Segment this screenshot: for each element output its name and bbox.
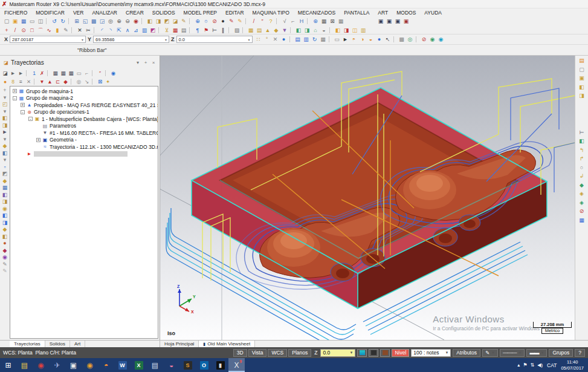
toolbar-icon[interactable]: ▦ [171, 27, 179, 34]
taskbar-app[interactable]: ▮ [212, 358, 228, 372]
coord-toolbar-icon[interactable]: ∷ [254, 36, 263, 43]
panel-toolbar-icon[interactable]: ⌐ [83, 70, 91, 77]
coord-toolbar-icon[interactable]: ° [263, 36, 271, 43]
panel-toolbar-icon[interactable]: ▦ [67, 70, 75, 77]
coord-toolbar-icon[interactable] [393, 36, 396, 42]
coord-toolbar-icon[interactable]: ▥ [302, 36, 311, 43]
coord-toolbar-icon[interactable]: ◑ [358, 36, 367, 43]
clock[interactable]: 11:40 05/07/2017 [561, 359, 584, 371]
panel-toolbar-icon[interactable]: ► [17, 70, 25, 77]
panel-toolbar-icon[interactable]: ✦ [104, 78, 112, 85]
view-toolbar-icon[interactable]: ▫ [1, 164, 8, 170]
toolbar-icon[interactable]: ⊢ [210, 27, 219, 34]
toolbar-icon[interactable] [141, 18, 144, 24]
coord-toolbar-icon[interactable]: ▩ [398, 36, 406, 43]
toolbar-icon[interactable]: ? [267, 18, 275, 25]
coord-toolbar-icon[interactable]: ▦ [319, 36, 328, 43]
coord-toolbar-icon[interactable]: ● [375, 36, 384, 43]
panel-toolbar-icon[interactable]: ◪ [1, 70, 9, 77]
view-toolbar-icon[interactable]: ◨ [1, 122, 8, 128]
taskbar-app[interactable]: X 9 [228, 358, 245, 372]
tree-row[interactable]: - ▦ Grupo de maquina-2 [10, 95, 158, 102]
panel-toolbar-icon[interactable] [34, 79, 37, 85]
taskbar-app[interactable]: ◓ [98, 358, 114, 372]
toolbar-icon[interactable]: ◆ [272, 27, 280, 34]
help-button[interactable]: ? [575, 349, 585, 357]
color-swatch-button[interactable] [357, 349, 367, 357]
toolbar-icon[interactable]: ▲ [263, 27, 272, 34]
toolbar-icon[interactable]: ○ [202, 18, 210, 25]
toolbar-icon[interactable]: ● [219, 18, 227, 25]
view-toolbar-icon[interactable]: ◨ [1, 198, 8, 204]
toolbar-icon[interactable]: ⚑ [202, 27, 210, 34]
menu-item[interactable]: FICHERO [0, 10, 31, 16]
toolbar-icon[interactable]: ▦ [320, 18, 328, 25]
right-toolbar-icon[interactable]: ▦ [577, 217, 587, 224]
tree-expand-toggle[interactable]: - [21, 110, 25, 114]
toolbar-icon[interactable]: √ [280, 18, 289, 25]
toolbar-icon[interactable]: ▥ [140, 27, 149, 34]
menu-item[interactable]: PANTALLA [340, 10, 373, 16]
line-style-button[interactable]: ———▼ [500, 349, 525, 357]
menu-item[interactable]: MODEL PREP [179, 10, 221, 16]
nivel-button[interactable]: Nivel [392, 349, 409, 357]
nivel-select[interactable]: 100 : notes▼ [411, 349, 451, 357]
toolbar-icon[interactable]: ▤ [179, 27, 188, 34]
right-toolbar-icon[interactable]: ◆ [577, 182, 587, 189]
view-toolbar-icon[interactable]: ▾ [1, 108, 8, 114]
menu-item[interactable]: SOLIDOS [148, 10, 179, 16]
tree-expand-toggle[interactable]: - [13, 96, 17, 100]
keyboard-language[interactable]: CAT [547, 362, 557, 368]
toolbar-icon[interactable]: ◧ [334, 27, 342, 34]
tree-row[interactable]: ► [10, 151, 158, 158]
pen-style-button[interactable]: ✎▼ [482, 349, 498, 357]
right-toolbar-icon[interactable]: ▤ [577, 57, 587, 64]
panel-toolbar-icon[interactable]: 8 [9, 78, 17, 85]
coord-toolbar-icon[interactable]: ► [341, 36, 350, 43]
view-toolbar-icon[interactable]: ▾ [1, 94, 8, 100]
toolbar-icon[interactable]: ◧ [294, 27, 303, 34]
tree-row[interactable]: ≈ Trayectoria - 112.1K - 1300 MECANIZADO… [10, 143, 158, 151]
toolbar-icon[interactable]: ◒ [320, 27, 328, 34]
right-toolbar-icon[interactable]: ⊘ [577, 208, 587, 215]
toolbar-icon[interactable] [46, 18, 49, 24]
view-toolbar-icon[interactable]: ◨ [1, 220, 8, 226]
panel-menu-icon[interactable]: ▾ [135, 60, 141, 65]
view-toolbar-icon[interactable]: ▾ [1, 136, 8, 142]
right-toolbar-icon[interactable]: ○ [577, 165, 587, 171]
view-toolbar-icon[interactable]: + [1, 87, 8, 93]
toolbar-icon[interactable]: ▢ [2, 18, 11, 25]
menu-item[interactable]: CREAR [121, 10, 148, 16]
tray-icon[interactable]: ⇅ [531, 362, 535, 368]
taskbar-app[interactable]: ▤ [16, 358, 33, 372]
toolbar-icon[interactable]: ⊕ [115, 18, 123, 25]
panel-toolbar-icon[interactable]: ″ [96, 70, 104, 77]
toolbar-icon[interactable]: ◨ [303, 27, 311, 34]
tree-row[interactable]: ▤ Parametros [10, 123, 158, 130]
toolbar-icon[interactable]: ◧ [146, 18, 154, 25]
right-toolbar-icon[interactable]: ▣ [577, 75, 587, 82]
taskbar-app[interactable]: ◉ [33, 358, 49, 372]
panel-toolbar-icon[interactable]: ▭ [75, 70, 83, 77]
status-button[interactable]: WCS [268, 349, 287, 357]
toolbar-icon[interactable]: ⊖ [123, 18, 132, 25]
coord-toolbar-icon[interactable]: ◉ [437, 36, 445, 43]
toolbar-icon[interactable]: + [2, 27, 11, 34]
toolbar-icon[interactable]: ▨ [233, 27, 241, 34]
toolbar-icon[interactable]: ▣ [385, 18, 393, 25]
view-toolbar-icon[interactable]: ◩ [1, 171, 8, 177]
toolbar-icon[interactable]: ◨ [342, 27, 351, 34]
panel-tab[interactable]: Solidos [45, 341, 70, 347]
right-toolbar-icon[interactable]: ▢ [577, 67, 587, 73]
panel-toolbar-icon[interactable]: ▼ [38, 78, 46, 85]
toolbar-icon[interactable]: ⌂ [311, 27, 320, 34]
view-toolbar-icon[interactable]: ✎ [1, 261, 8, 267]
status-button[interactable]: 3D [233, 349, 247, 357]
tree-expand-toggle[interactable]: - [28, 117, 33, 121]
tree-row[interactable]: + ▦ Grupo de maquina-1 [10, 88, 158, 95]
toolbar-icon[interactable]: ◝ [106, 27, 115, 34]
panel-toolbar-icon[interactable]: ◎ [75, 78, 83, 85]
view-toolbar-icon[interactable]: ◧ [1, 115, 8, 121]
view-toolbar-icon[interactable]: ◆ [1, 178, 8, 184]
toolbar-icon[interactable]: ✎ [227, 18, 236, 25]
